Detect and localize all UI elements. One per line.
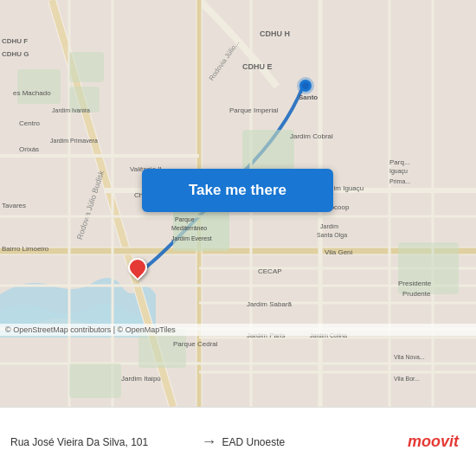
map-container: Rodovia Júlio Budisk Rodovia Júlio... xyxy=(0,0,476,407)
take-me-there-button[interactable]: Take me there xyxy=(142,169,333,212)
svg-text:Vila Geni: Vila Geni xyxy=(325,248,353,256)
svg-text:Parque Cedral: Parque Cedral xyxy=(173,340,218,348)
svg-rect-6 xyxy=(69,52,104,82)
svg-text:Prima...: Prima... xyxy=(389,178,410,184)
svg-text:Parque: Parque xyxy=(175,216,195,223)
origin-marker xyxy=(299,80,312,92)
svg-text:Jardim Primavera: Jardim Primavera xyxy=(50,138,98,144)
moovit-brand: moovit xyxy=(408,433,459,451)
svg-text:Parq...: Parq... xyxy=(389,158,410,166)
arrow-icon: → xyxy=(202,433,217,451)
svg-text:CDHU H: CDHU H xyxy=(260,29,290,38)
svg-text:Tavares: Tavares xyxy=(2,202,26,209)
svg-text:Mediterrâneo: Mediterrâneo xyxy=(171,225,207,231)
svg-text:Orixás: Orixás xyxy=(19,145,39,153)
svg-text:CDHU E: CDHU E xyxy=(242,62,273,71)
svg-text:Jardim Ivanira: Jardim Ivanira xyxy=(52,107,90,113)
svg-text:Jardim Cobral: Jardim Cobral xyxy=(290,132,333,140)
destination-label: EAD Unoeste xyxy=(222,436,408,448)
destination-pin xyxy=(128,258,147,277)
svg-text:es Machado: es Machado xyxy=(13,89,51,97)
moovit-logo: moovit xyxy=(408,433,466,451)
svg-text:Jardim Sabarã: Jardim Sabarã xyxy=(247,300,293,308)
svg-text:Vila Nova...: Vila Nova... xyxy=(394,354,425,360)
svg-text:Santo: Santo xyxy=(299,93,318,101)
svg-rect-5 xyxy=(17,69,61,104)
svg-text:Jardim Everest: Jardim Everest xyxy=(171,235,212,241)
svg-text:Santa Olga: Santa Olga xyxy=(317,232,347,239)
map-attribution: © OpenStreetMap contributors | © OpenMap… xyxy=(0,324,476,336)
svg-text:Jardim: Jardim xyxy=(320,223,338,229)
svg-text:Centro: Centro xyxy=(19,119,41,127)
svg-text:CDHU F: CDHU F xyxy=(2,37,28,45)
svg-text:Jardim Itaipú: Jardim Itaipú xyxy=(121,375,161,383)
svg-text:CECAP: CECAP xyxy=(258,267,282,275)
svg-rect-4 xyxy=(242,130,294,169)
svg-text:Prudente: Prudente xyxy=(402,290,431,298)
footer: Rua José Vieira Da Silva, 101 → EAD Unoe… xyxy=(0,407,476,476)
svg-rect-10 xyxy=(69,363,121,398)
svg-text:Parque Imperial: Parque Imperial xyxy=(229,106,279,114)
svg-text:Presidente: Presidente xyxy=(398,280,432,287)
svg-text:Vila Bor...: Vila Bor... xyxy=(394,376,420,382)
svg-text:CDHU G: CDHU G xyxy=(2,50,29,58)
svg-text:Iguaçu: Iguaçu xyxy=(389,168,408,175)
origin-label: Rua José Vieira Da Silva, 101 xyxy=(10,436,196,448)
svg-text:Bairro Limoeiro: Bairro Limoeiro xyxy=(2,245,49,253)
